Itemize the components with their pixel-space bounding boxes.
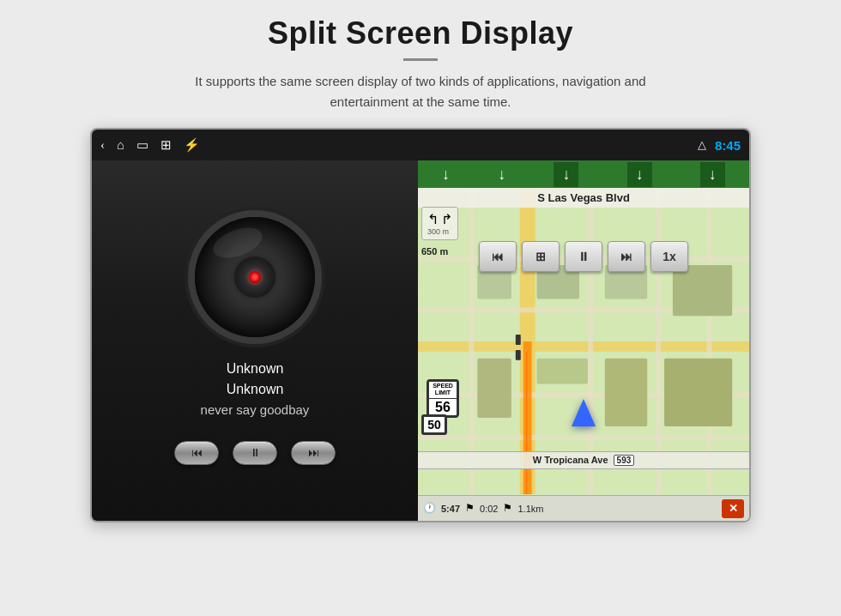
next-button[interactable]: ⏭ — [291, 441, 336, 465]
nav-bottom-dist: 1.1km — [517, 504, 543, 514]
svg-rect-2 — [418, 341, 749, 352]
nav-arrow-1: ↓ — [442, 166, 450, 184]
screen-icon[interactable]: ▭ — [136, 139, 148, 152]
route-badge-50: 50 — [421, 414, 447, 435]
track-title: Unknown — [227, 361, 284, 377]
image-icon[interactable]: ⊞ — [160, 139, 172, 152]
speed-limit-header: SPEED LIMIT — [429, 382, 457, 399]
svg-rect-11 — [523, 341, 532, 494]
usb-icon[interactable]: ⚡ — [184, 139, 200, 152]
svg-rect-5 — [656, 189, 661, 494]
nav-top-bar: ↓ ↓ ↓ ↓ ↓ — [418, 160, 749, 188]
bottom-street-name: W Tropicana Ave — [533, 455, 608, 465]
nav-flag-icon: ⚑ — [465, 502, 475, 515]
svg-rect-21 — [516, 350, 521, 360]
speed-limit-value: 56 — [429, 399, 457, 415]
page-title: Split Screen Display — [268, 15, 573, 51]
prev-icon: ⏮ — [191, 446, 203, 460]
turn-instruction: ↰ ↱ 300 m — [421, 207, 458, 240]
prev-button[interactable]: ⏮ — [174, 441, 219, 465]
music-controls: ⏮ ⏸ ⏭ — [174, 441, 336, 465]
page-subtitle: It supports the same screen display of t… — [189, 71, 652, 112]
nav-speed-button[interactable]: 1x — [650, 241, 688, 272]
page-container: Split Screen Display It supports the sam… — [0, 0, 841, 616]
home-icon[interactable]: ⌂ — [117, 139, 124, 152]
nav-bottom-duration: 0:02 — [480, 504, 498, 514]
turn-left-icon: ↰ — [427, 211, 439, 227]
top-bar-left: ‹ ⌂ ▭ ⊞ ⚡ — [100, 139, 200, 152]
nav-prev-icon: ⏮ — [492, 250, 504, 263]
music-panel: Unknown Unknown never say goodbay ⏮ ⏸ ⏭ — [92, 160, 418, 521]
top-bar: ‹ ⌂ ▭ ⊞ ⚡ △ 8:45 — [92, 130, 749, 160]
status-time: 8:45 — [715, 138, 741, 153]
nav-checkerboard-icon: ⊞ — [535, 250, 546, 263]
album-art — [195, 217, 315, 337]
svg-rect-17 — [537, 359, 588, 384]
nav-close-button[interactable]: ✕ — [722, 499, 744, 518]
nav-clock-icon: 🕐 — [423, 502, 436, 515]
nav-map: S Las Vegas Blvd ↰ ↱ 300 m 650 m — [418, 188, 749, 495]
turn-distance: 300 m — [427, 227, 452, 236]
top-bar-right: △ 8:45 — [698, 138, 741, 153]
next-icon: ⏭ — [308, 446, 319, 460]
svg-rect-3 — [469, 189, 474, 494]
nav-arrow-3: ↓ — [554, 162, 578, 187]
nav-location-arrow — [572, 399, 596, 426]
track-info: Unknown Unknown never say goodbay — [201, 361, 310, 417]
turn-right-icon: ↱ — [441, 211, 452, 227]
nav-dist-icon: ⚑ — [503, 502, 512, 515]
pause-icon: ⏸ — [250, 446, 261, 460]
nav-pause-icon: ⏸ — [578, 250, 590, 263]
nav-checkerboard-button[interactable]: ⊞ — [522, 241, 560, 272]
nav-panel: ↓ ↓ ↓ ↓ ↓ — [418, 160, 749, 521]
nav-pause-button[interactable]: ⏸ — [565, 241, 602, 272]
street-route-badge: 593 — [614, 455, 635, 466]
street-bottom-bar: W Tropicana Ave 593 — [418, 451, 749, 469]
nav-prev-button[interactable]: ⏮ — [479, 241, 517, 272]
svg-rect-20 — [516, 335, 521, 345]
track-artist: Unknown — [227, 382, 284, 397]
svg-rect-10 — [418, 435, 749, 440]
album-center — [234, 257, 275, 298]
play-pause-button[interactable]: ⏸ — [233, 441, 277, 465]
map-svg — [418, 188, 749, 495]
nav-next-button[interactable]: ⏭ — [608, 241, 645, 272]
speed-limit-sign: SPEED LIMIT 56 — [427, 379, 459, 418]
nav-next-icon: ⏭ — [620, 250, 632, 263]
title-divider — [403, 58, 438, 61]
nav-arrow-4: ↓ — [627, 162, 652, 187]
svg-rect-15 — [673, 265, 732, 316]
nav-bottom-time: 5:47 — [441, 504, 460, 514]
nav-arrow-5: ↓ — [700, 162, 725, 187]
svg-rect-16 — [477, 359, 511, 418]
svg-rect-4 — [588, 189, 593, 494]
turn-arrows: ↰ ↱ — [427, 211, 452, 227]
street-name-bar: S Las Vegas Blvd — [418, 188, 749, 208]
nav-speed-label: 1x — [663, 250, 676, 263]
svg-rect-6 — [707, 189, 712, 494]
track-name: never say goodbay — [201, 402, 310, 417]
svg-rect-19 — [664, 359, 732, 426]
nav-bottom-bar: 🕐 5:47 ⚑ 0:02 ⚑ 1.1km ✕ — [418, 495, 749, 521]
back-icon[interactable]: ‹ — [100, 139, 105, 152]
split-area: Unknown Unknown never say goodbay ⏮ ⏸ ⏭ — [92, 160, 749, 521]
device-frame: ‹ ⌂ ▭ ⊞ ⚡ △ 8:45 Unknown — [90, 128, 751, 522]
album-dot — [249, 271, 261, 283]
triangle-icon: △ — [698, 138, 706, 152]
media-controls-overlay: ⏮ ⊞ ⏸ ⏭ 1x — [418, 241, 749, 272]
nav-arrow-2: ↓ — [498, 166, 505, 184]
svg-rect-18 — [605, 359, 647, 426]
nav-close-icon: ✕ — [729, 502, 738, 516]
